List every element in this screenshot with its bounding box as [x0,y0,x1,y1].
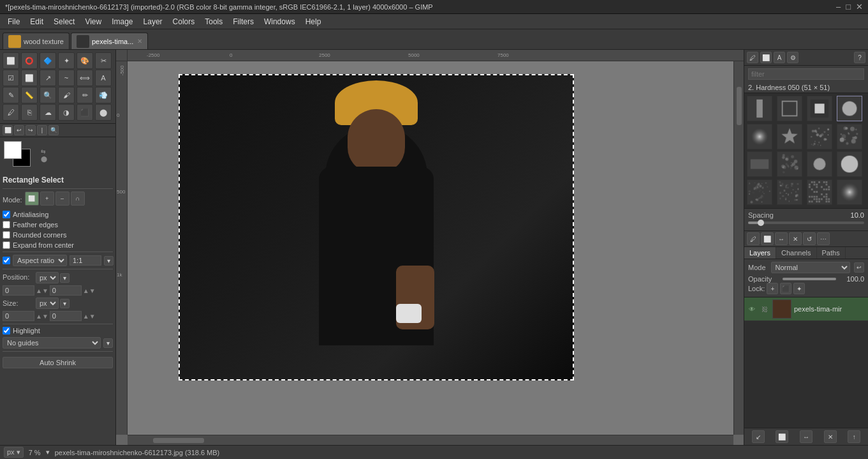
foreground-color[interactable] [4,141,22,159]
position-unit-expand[interactable]: ▾ [60,273,70,283]
fixed-checkbox[interactable] [3,257,10,264]
status-unit-select[interactable]: px ▾ [4,447,24,458]
rounded-corners-checkbox[interactable] [3,231,10,239]
brush-cell-4[interactable] [747,124,772,149]
brush-panel-help-icon[interactable]: ? [854,52,865,63]
feather-edges-label[interactable]: Feather edges [3,221,58,229]
tab-1[interactable]: pexels-tima...✕ [71,33,148,49]
menu-item-file[interactable]: File [3,16,25,27]
swap-colors-icon[interactable]: ⇆ [41,148,47,154]
tool-icon-zoom[interactable]: 🔍 [48,125,59,135]
brush-cell-13[interactable] [777,179,802,205]
layer-action-new-layer[interactable]: ⬜ [776,430,788,443]
horizontal-scrollbar[interactable] [128,435,733,445]
brush-action-delete[interactable]: ✕ [789,232,802,245]
brush-cell-11[interactable] [837,151,862,177]
mode-replace[interactable]: ⬜ [25,192,39,206]
brush-panel-icon-3[interactable]: A [774,52,785,63]
foreground-select-tool[interactable]: ☑ [3,70,19,86]
layer-action-move-up[interactable]: ↑ [848,430,860,443]
position-x-input[interactable] [3,285,34,296]
guides-expand-btn[interactable]: ▾ [103,338,113,348]
tool-icon-4[interactable]: | [37,125,47,135]
menu-item-edit[interactable]: Edit [25,16,48,27]
layer-action-delete[interactable]: ✕ [824,430,837,443]
layer-visibility-icon[interactable]: 👁 [747,304,757,314]
fuzzy-select-tool[interactable]: ✦ [58,52,75,69]
layer-chain-icon[interactable]: ⛓ [760,304,770,314]
brush-cell-12[interactable] [747,179,772,205]
ellipse-select-tool[interactable]: ⭕ [21,52,38,69]
menu-item-help[interactable]: Help [300,16,327,27]
brush-action-refresh[interactable]: ↺ [803,232,816,245]
brush-cell-3[interactable] [837,96,862,121]
smudge-tool[interactable]: ☁ [40,104,56,121]
tool-icon-2[interactable]: ↩ [14,125,24,135]
brush-cell-6[interactable] [807,124,832,149]
brush-cell-10[interactable] [807,151,832,177]
position-unit-select[interactable]: px [36,272,59,283]
canvas-image[interactable] [179,74,574,380]
tab-layers[interactable]: Layers [744,247,776,259]
layer-action-new-from-visible[interactable]: ↙ [752,430,765,443]
lock-pixels-btn[interactable]: + [767,283,778,294]
antialiasing-checkbox[interactable] [3,211,10,218]
layer-mode-select[interactable]: Normal [771,262,850,273]
highlight-checkbox[interactable] [3,327,10,335]
spacing-slider-thumb[interactable] [758,220,764,226]
vscroll-thumb[interactable] [737,87,742,125]
ratio-expand-btn[interactable]: ▾ [104,256,114,266]
vertical-scrollbar[interactable] [733,61,744,435]
expand-from-center-checkbox[interactable] [3,241,10,249]
fixed-select[interactable]: Fixed Aspect ratio [13,255,67,266]
brush-panel-icon-4[interactable]: ⚙ [787,52,798,63]
size-h-input[interactable] [50,311,82,321]
text-tool[interactable]: A [95,70,112,86]
size-w-input[interactable] [3,311,34,321]
brush-action-2[interactable]: ⬜ [761,232,774,245]
size-unit-select[interactable]: px [36,297,59,309]
ratio-input[interactable] [70,255,101,266]
brush-cell-9[interactable] [777,151,802,177]
tool-icon-3[interactable]: ↪ [26,125,36,135]
mode-subtract[interactable]: – [55,192,70,206]
layer-row[interactable]: 👁 ⛓ pexels-tima-mir [744,297,868,321]
antialiasing-label[interactable]: Antialiasing [3,211,48,218]
eraser-tool[interactable]: ⬛ [77,104,93,121]
menu-item-select[interactable]: Select [48,16,80,27]
close-button[interactable]: ✕ [856,2,863,11]
transform-tool[interactable]: ↗ [40,70,56,86]
flip-tool[interactable]: ⟺ [77,70,93,86]
rect-select-tool[interactable]: ⬜ [3,52,19,69]
measure-tool[interactable]: 📏 [21,87,38,103]
menu-item-tools[interactable]: Tools [200,16,228,27]
brush-cell-0[interactable] [747,96,772,121]
expand-from-center-label[interactable]: Expand from center [3,241,74,249]
tab-0[interactable]: wood texture [3,33,70,49]
free-select-tool[interactable]: 🔷 [40,52,56,69]
menu-item-filters[interactable]: Filters [228,16,259,27]
brush-action-3[interactable]: ↔ [775,232,788,245]
rounded-corners-label[interactable]: Rounded corners [3,231,66,239]
dodge-burn-tool[interactable]: ◑ [58,104,75,121]
lock-alpha-btn[interactable]: ⬛ [780,283,791,294]
clone-tool[interactable]: ⎘ [21,104,38,121]
brush-cell-1[interactable] [777,96,802,121]
menu-item-windows[interactable]: Windows [259,16,300,27]
crop-tool[interactable]: ⬜ [21,70,38,86]
select-by-color-tool[interactable]: 🎨 [77,52,93,69]
brush-cell-5[interactable] [777,124,802,149]
brush-cell-2[interactable] [807,96,832,121]
brush-cell-8[interactable] [747,151,772,177]
fill-tool[interactable]: ⬤ [95,104,112,121]
brush-panel-icon-2[interactable]: ⬜ [760,52,772,63]
spacing-slider[interactable] [748,222,864,224]
position-y-input[interactable] [50,285,82,296]
zoom-tool[interactable]: 🔍 [40,87,56,103]
size-unit-expand[interactable]: ▾ [60,299,70,308]
tab-close-1[interactable]: ✕ [137,38,142,45]
menu-item-view[interactable]: View [80,16,107,27]
menu-item-colors[interactable]: Colors [168,16,200,27]
hscroll-thumb[interactable] [153,438,204,443]
lock-all-btn[interactable]: ✦ [793,283,805,294]
